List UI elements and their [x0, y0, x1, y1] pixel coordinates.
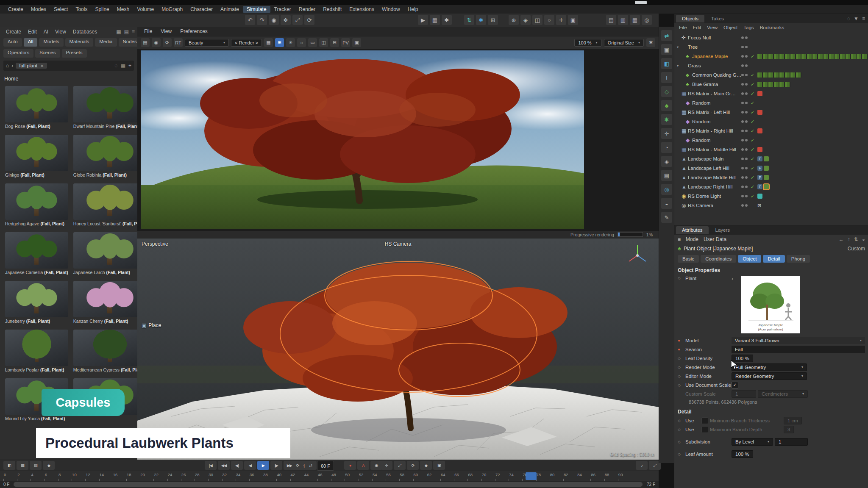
visibility-dots[interactable]: [741, 74, 748, 76]
category-tab[interactable]: Presets: [62, 49, 87, 58]
object-row[interactable]: ▾ Tree ✓: [674, 42, 868, 52]
viewport-label[interactable]: Perspective: [142, 241, 168, 247]
timeline-tick[interactable]: 36: [249, 471, 263, 481]
enabled-check-icon[interactable]: ✓: [751, 91, 754, 97]
expand-arrow-icon[interactable]: ▾: [677, 64, 682, 68]
timeline-tick[interactable]: 58: [399, 471, 413, 481]
playhead[interactable]: [526, 472, 537, 480]
plant-thumbnail[interactable]: [73, 232, 147, 269]
object-label[interactable]: Random: [692, 100, 710, 105]
panel-tab[interactable]: Takes: [705, 15, 730, 22]
enabled-check-icon[interactable]: ✓: [751, 184, 754, 190]
object-row[interactable]: ▲ Landscape Right Hill ✓: [674, 182, 868, 191]
timeline-tick[interactable]: 80: [550, 471, 563, 481]
visibility-dots[interactable]: [741, 176, 748, 179]
custom-preset-dropdown[interactable]: Custom: [848, 246, 865, 252]
enabled-check-icon[interactable]: ✓: [751, 100, 754, 106]
timeline-tick[interactable]: 48: [331, 471, 345, 481]
min-branch-checkbox[interactable]: [701, 417, 708, 424]
subdivision-level-input[interactable]: 1: [775, 438, 808, 446]
timeline-tick[interactable]: 44: [304, 471, 317, 481]
rotate-icon[interactable]: ⟳: [304, 15, 314, 25]
object-label[interactable]: Landscape Right Hill: [688, 184, 732, 189]
plant-thumbnail[interactable]: [73, 86, 147, 122]
range-icon[interactable]: ⇄: [305, 461, 317, 470]
channels-icon[interactable]: ○: [297, 38, 306, 47]
axis-icon[interactable]: ✛: [556, 15, 566, 25]
visibility-dots[interactable]: [741, 83, 748, 86]
record-pla-icon[interactable]: ▣: [433, 461, 445, 470]
timeline-tick[interactable]: 16: [113, 471, 126, 481]
compare-icon[interactable]: ◫: [319, 38, 328, 47]
object-label[interactable]: RS Camera: [688, 203, 713, 208]
timeline-tick[interactable]: 2: [17, 471, 31, 481]
asset-menu-item[interactable]: Edit: [25, 29, 40, 35]
menu-item[interactable]: Animate: [217, 6, 243, 13]
visibility-dots[interactable]: [741, 139, 748, 141]
enabled-check-icon[interactable]: ✓: [751, 128, 754, 134]
render-menu-item[interactable]: View: [157, 28, 175, 34]
history-icon[interactable]: ⇅: [854, 236, 858, 242]
key-icon[interactable]: ◆: [43, 461, 55, 470]
timeline-tick[interactable]: 20: [140, 471, 153, 481]
gear-mode-icon[interactable]: ✱: [661, 114, 672, 125]
timeline-tick[interactable]: 24: [167, 471, 181, 481]
category-tab[interactable]: Scenes: [35, 49, 60, 58]
enabled-check-icon[interactable]: ✓: [751, 147, 754, 152]
timeline-tick[interactable]: 62: [427, 471, 440, 481]
layout-icon[interactable]: ▤: [30, 461, 42, 470]
range-end-field[interactable]: 72 F: [643, 482, 659, 487]
next-frame-button[interactable]: |▶: [270, 461, 282, 470]
snapshot-icon[interactable]: ▤: [141, 38, 150, 47]
attribute-tab[interactable]: Detail: [763, 255, 785, 263]
visibility-dots[interactable]: [741, 130, 748, 132]
menu-item[interactable]: Volume: [133, 6, 158, 13]
visibility-dots[interactable]: [741, 36, 748, 39]
timeline-tick[interactable]: 50: [345, 471, 358, 481]
material-tag-strip[interactable]: [757, 72, 801, 78]
object-row[interactable]: ◎ RS Camera ✓: [674, 201, 868, 210]
visibility-dots[interactable]: [741, 204, 748, 207]
asset-item[interactable]: Hedgehog Agave (Fall, Plant): [4, 183, 69, 227]
plant-thumbnail[interactable]: [73, 135, 147, 171]
object-row[interactable]: ▦ RS Matrix - Right Hill ✓: [674, 126, 868, 136]
render-canvas[interactable]: [137, 49, 659, 231]
object-row[interactable]: ▲ Landscape Main ✓: [674, 154, 868, 164]
enabled-check-icon[interactable]: ✓: [751, 54, 754, 59]
object-label[interactable]: Japanese Maple: [692, 54, 728, 59]
material-tag-strip[interactable]: [757, 82, 790, 87]
asset-item[interactable]: Japanese Larch (Fall, Plant): [72, 231, 147, 276]
visibility-dots[interactable]: [741, 102, 748, 104]
prev-key-button[interactable]: ◀◀: [218, 461, 230, 470]
material-tag-strip[interactable]: [757, 54, 868, 59]
object-row[interactable]: ✛ Focus Null ✓: [674, 33, 868, 42]
object-tag-icons[interactable]: [757, 91, 762, 96]
home-icon[interactable]: ⌂: [6, 63, 9, 69]
filter-tab[interactable]: Materials: [65, 38, 94, 47]
layout-c-icon[interactable]: ▦: [630, 15, 640, 25]
pv-icon[interactable]: PV: [341, 38, 350, 47]
timeline-tick[interactable]: 28: [195, 471, 208, 481]
object-label[interactable]: Tree: [688, 44, 698, 50]
ipr-icon[interactable]: ◉: [152, 38, 161, 47]
render-menu-item[interactable]: File: [141, 28, 156, 34]
gear-icon[interactable]: ✱: [646, 38, 655, 47]
timeline-tick[interactable]: 42: [290, 471, 304, 481]
menu-item[interactable]: Tools: [72, 6, 91, 13]
param-dot[interactable]: ◇: [678, 365, 684, 369]
visibility-dots[interactable]: [741, 120, 748, 123]
timeline-tick[interactable]: 74: [509, 471, 522, 481]
plant-thumbnail[interactable]: [5, 135, 68, 171]
timeline-tick[interactable]: 64: [440, 471, 454, 481]
panel-tab[interactable]: Objects: [676, 15, 704, 22]
enabled-check-icon[interactable]: ✓: [751, 119, 754, 125]
timeline-tick[interactable]: 12: [85, 471, 99, 481]
object-row[interactable]: ▦ RS Matrix - Left Hill ✓: [674, 108, 868, 117]
layers-icon[interactable]: ▤: [661, 170, 672, 181]
film-icon[interactable]: ▦: [17, 461, 28, 470]
search-chip[interactable]: fall plant ✕: [16, 63, 47, 69]
object-tag-icons[interactable]: [757, 175, 769, 180]
attribute-tab[interactable]: Object: [738, 255, 761, 263]
plant-thumbnail[interactable]: [73, 183, 147, 220]
current-frame-field[interactable]: 60 F: [317, 461, 334, 471]
